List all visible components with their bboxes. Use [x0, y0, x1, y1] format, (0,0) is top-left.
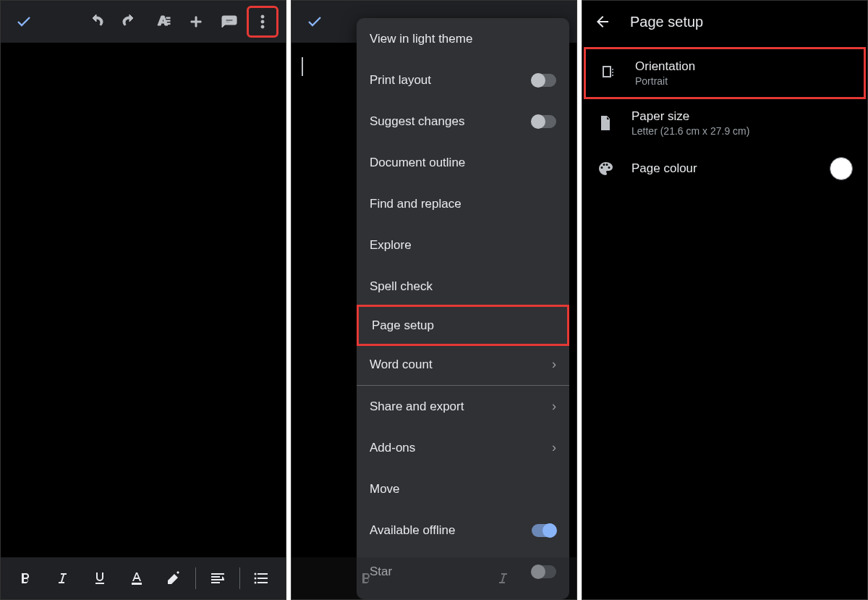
menu-label: Available offline — [370, 523, 532, 538]
toolbar-divider — [239, 567, 240, 589]
back-button[interactable] — [592, 12, 613, 32]
row-label: Page colour — [631, 161, 814, 176]
text-color-button[interactable] — [118, 562, 155, 594]
panel-overflow-menu: View in light theme Print layout Suggest… — [291, 0, 577, 600]
toolbar-divider — [195, 567, 196, 589]
menu-label: Explore — [370, 238, 556, 253]
orientation-icon — [599, 63, 619, 83]
chevron-right-icon: › — [552, 399, 556, 414]
svg-point-5 — [261, 25, 264, 28]
insert-button[interactable] — [180, 6, 212, 38]
row-orientation[interactable]: Orientation Portrait — [584, 47, 866, 99]
row-label: Paper size — [631, 109, 853, 124]
svg-point-4 — [261, 20, 264, 23]
panel-page-setup: Page setup Orientation Portrait Paper si… — [582, 0, 868, 600]
page-setup-list: Orientation Portrait Paper size Letter (… — [582, 43, 867, 190]
bold-button[interactable] — [7, 562, 43, 594]
menu-label: Move — [370, 482, 556, 497]
svg-point-14 — [255, 573, 257, 575]
bottom-toolbar-dimmed — [292, 557, 576, 599]
done-button[interactable] — [8, 6, 40, 38]
document-canvas[interactable] — [1, 43, 286, 557]
row-value: Portrait — [635, 75, 849, 87]
bold-button — [297, 562, 434, 594]
page-setup-header: Page setup — [582, 1, 867, 43]
toggle-suggest-changes[interactable] — [532, 115, 556, 128]
svg-rect-8 — [211, 576, 220, 578]
text-cursor — [302, 57, 303, 76]
paper-icon — [595, 113, 616, 133]
svg-point-16 — [255, 582, 257, 584]
row-label: Orientation — [635, 59, 849, 74]
undo-button[interactable] — [80, 6, 112, 38]
overflow-menu: View in light theme Print layout Suggest… — [357, 18, 569, 599]
svg-point-15 — [255, 578, 257, 580]
svg-rect-11 — [258, 573, 268, 575]
menu-available-offline[interactable]: Available offline — [357, 510, 569, 551]
svg-point-19 — [612, 72, 613, 73]
menu-move[interactable]: Move — [357, 468, 569, 510]
svg-rect-10 — [211, 582, 220, 583]
row-paper-size[interactable]: Paper size Letter (21.6 cm x 27.9 cm) — [582, 99, 867, 147]
svg-rect-0 — [166, 17, 170, 19]
svg-rect-13 — [258, 582, 268, 583]
list-button[interactable] — [243, 562, 280, 594]
menu-label: Print layout — [370, 73, 532, 88]
menu-share-export[interactable]: Share and export › — [357, 386, 569, 427]
align-button[interactable] — [199, 562, 236, 594]
done-button[interactable] — [299, 6, 331, 38]
menu-add-ons[interactable]: Add-ons › — [357, 427, 569, 468]
svg-rect-12 — [258, 578, 268, 579]
menu-label: Page setup — [372, 318, 554, 333]
menu-label: Word count — [370, 358, 552, 372]
menu-label: Suggest changes — [370, 114, 532, 129]
page-colour-swatch[interactable] — [830, 157, 853, 180]
menu-explore[interactable]: Explore — [357, 224, 569, 266]
menu-view-light-theme[interactable]: View in light theme — [357, 18, 569, 59]
row-page-colour[interactable]: Page colour — [582, 147, 867, 190]
redo-button[interactable] — [114, 6, 145, 38]
toggle-available-offline[interactable] — [532, 524, 556, 537]
menu-print-layout[interactable]: Print layout — [357, 59, 569, 101]
panel-editor — [0, 0, 286, 600]
menu-find-replace[interactable]: Find and replace — [357, 183, 569, 224]
svg-rect-2 — [166, 23, 170, 25]
svg-rect-1 — [166, 20, 170, 22]
top-toolbar — [1, 1, 286, 43]
svg-point-20 — [612, 75, 613, 76]
menu-label: Find and replace — [370, 197, 556, 211]
comment-button[interactable] — [213, 6, 245, 38]
palette-icon — [595, 159, 616, 179]
page-title: Page setup — [630, 14, 703, 30]
menu-label: Spell check — [370, 279, 556, 294]
bottom-toolbar — [1, 557, 286, 599]
menu-label: View in light theme — [370, 32, 556, 46]
menu-suggest-changes[interactable]: Suggest changes — [357, 101, 569, 142]
menu-label: Document outline — [370, 156, 556, 170]
menu-page-setup[interactable]: Page setup — [357, 305, 569, 346]
svg-rect-6 — [132, 583, 142, 585]
menu-spell-check[interactable]: Spell check — [357, 266, 569, 307]
menu-label: Share and export — [370, 400, 552, 414]
chevron-right-icon: › — [552, 440, 556, 455]
svg-point-18 — [612, 69, 613, 70]
chevron-right-icon: › — [552, 357, 556, 372]
menu-label: Add-ons — [370, 441, 552, 455]
underline-button[interactable] — [81, 562, 118, 594]
menu-document-outline[interactable]: Document outline — [357, 142, 569, 183]
toggle-print-layout[interactable] — [532, 74, 556, 87]
italic-button — [434, 562, 571, 594]
italic-button[interactable] — [43, 562, 80, 594]
more-button[interactable] — [247, 6, 278, 38]
svg-rect-7 — [211, 573, 224, 575]
text-format-button[interactable] — [147, 6, 179, 38]
svg-rect-17 — [603, 67, 610, 77]
highlight-button[interactable] — [156, 562, 192, 594]
menu-word-count[interactable]: Word count › — [357, 344, 569, 385]
svg-point-3 — [261, 15, 264, 18]
row-value: Letter (21.6 cm x 27.9 cm) — [631, 125, 853, 137]
